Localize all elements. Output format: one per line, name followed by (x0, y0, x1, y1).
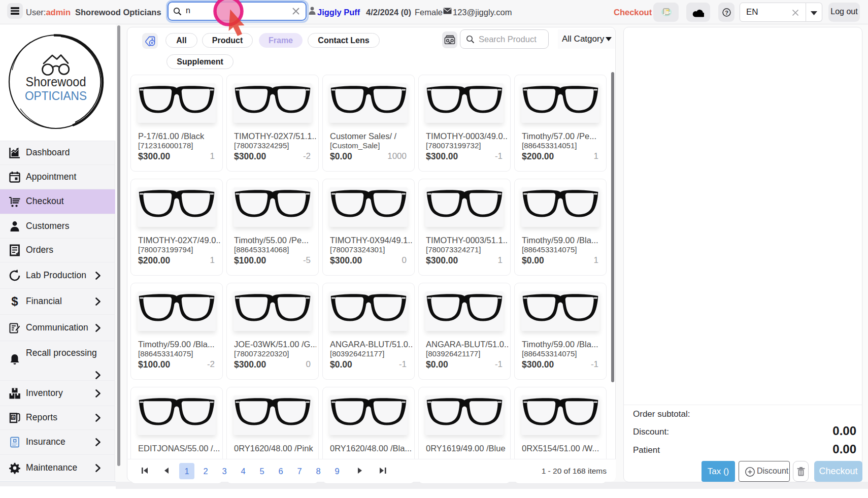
svg-text:OPTICIANS: OPTICIANS (25, 89, 87, 103)
svg-text:?: ? (725, 10, 728, 16)
svg-text:A: A (12, 415, 15, 420)
svg-text:$: $ (11, 295, 18, 308)
svg-text:Shorewood: Shorewood (26, 75, 86, 89)
